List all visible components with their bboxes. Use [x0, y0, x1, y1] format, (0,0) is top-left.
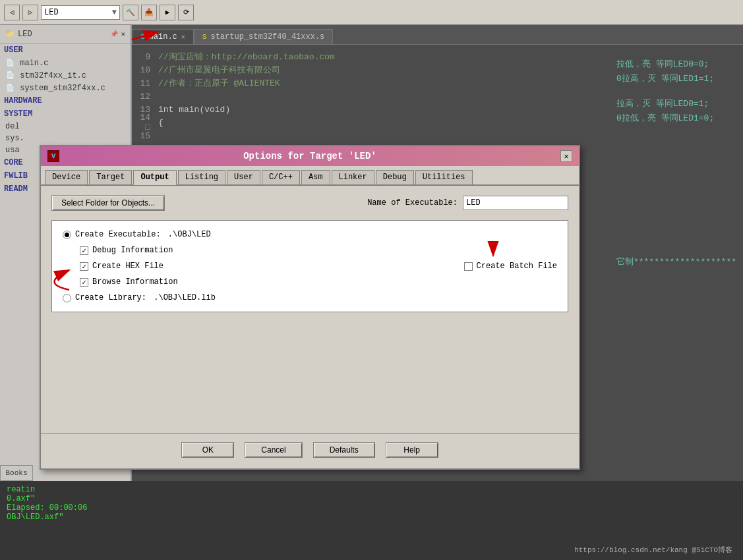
toolbar: ◁ ▷ LED ▼ 🔨 📥 ▶ ⟳	[0, 0, 743, 25]
target-dropdown-value: LED	[44, 8, 59, 17]
tab-linker[interactable]: Linker	[332, 170, 374, 184]
create-batch-label: Create Batch File	[477, 262, 557, 271]
dropdown-arrow: ▼	[112, 8, 117, 17]
dialog-title: Options for Target 'LED'	[59, 151, 560, 161]
tab-listing[interactable]: Listing	[178, 170, 225, 184]
browse-information-row: Browse Information	[63, 277, 557, 287]
ok-button[interactable]: OK	[181, 442, 234, 458]
tab-asm[interactable]: Asm	[301, 170, 330, 184]
tab-utilities[interactable]: Utilities	[415, 170, 473, 184]
create-batch-checkbox[interactable]	[464, 262, 473, 271]
create-library-row: Create Library: .\OBJ\LED.lib	[63, 293, 557, 302]
options-box: Create Executable: .\OBJ\LED Create Batc…	[51, 220, 568, 312]
tab-debug[interactable]: Debug	[376, 170, 414, 184]
dialog-close-button[interactable]: ✕	[560, 150, 572, 162]
dialog-top-row: Select Folder for Objects... Name of Exe…	[51, 195, 568, 211]
tab-output[interactable]: Output	[133, 170, 176, 185]
debug-information-row: Debug Information	[63, 246, 557, 255]
toolbar-btn-forward[interactable]: ▷	[22, 5, 38, 20]
toolbar-btn-reload[interactable]: ⟳	[178, 5, 194, 20]
cancel-button[interactable]: Cancel	[245, 442, 302, 458]
dialog-footer: OK Cancel Defaults Help	[41, 434, 579, 468]
browse-information-label: Browse Information	[92, 277, 178, 287]
dialog-empty-space	[51, 319, 568, 424]
target-dropdown[interactable]: LED ▼	[41, 5, 120, 20]
debug-information-label: Debug Information	[92, 246, 173, 255]
tab-cpp[interactable]: C/C++	[262, 170, 300, 184]
tab-target[interactable]: Target	[89, 170, 132, 184]
create-hex-checkbox[interactable]	[80, 262, 88, 271]
create-library-label: Create Library: .\OBJ\LED.lib	[75, 293, 216, 302]
tab-user[interactable]: User	[227, 170, 260, 184]
dialog-content: Select Folder for Objects... Name of Exe…	[41, 186, 579, 434]
create-executable-label: Create Executable: .\OBJ\LED	[75, 230, 211, 239]
browse-information-checkbox[interactable]	[80, 278, 88, 287]
tab-device[interactable]: Device	[45, 170, 88, 184]
options-dialog: V Options for Target 'LED' ✕ Device Targ…	[40, 145, 580, 470]
debug-information-checkbox[interactable]	[80, 246, 88, 255]
exe-name-label: Name of Executable:	[367, 198, 458, 208]
toolbar-btn-build[interactable]: 🔨	[123, 5, 138, 20]
select-folder-button[interactable]: Select Folder for Objects...	[51, 195, 165, 211]
create-executable-radio[interactable]	[63, 231, 71, 239]
help-button[interactable]: Help	[386, 442, 438, 458]
exe-name-input[interactable]	[463, 196, 568, 210]
toolbar-btn-back[interactable]: ◁	[4, 5, 20, 20]
toolbar-btn-run[interactable]: ▶	[160, 5, 175, 20]
create-executable-row: Create Executable: .\OBJ\LED Create Batc…	[63, 230, 557, 239]
dialog-titlebar: V Options for Target 'LED' ✕	[41, 146, 579, 166]
toolbar-btn-load[interactable]: 📥	[141, 5, 157, 20]
create-library-radio[interactable]	[63, 294, 71, 302]
dialog-tabs: Device Target Output Listing User C/C++ …	[41, 166, 579, 186]
create-batch-row: Create Batch File	[464, 262, 557, 271]
create-hex-label: Create HEX File	[92, 262, 163, 271]
defaults-button[interactable]: Defaults	[313, 442, 375, 458]
exe-name-row: Name of Executable:	[367, 196, 568, 210]
dialog-icon: V	[47, 150, 59, 162]
